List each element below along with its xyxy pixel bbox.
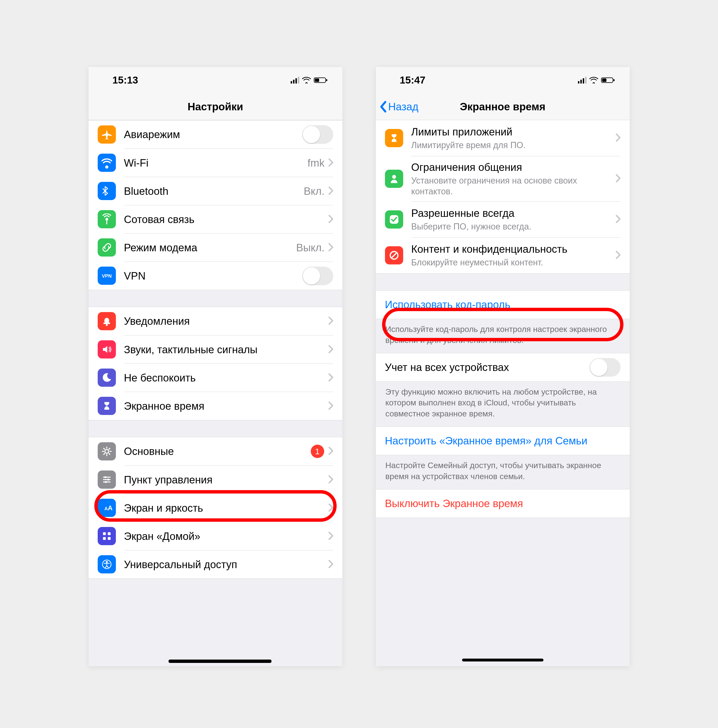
chevron-right-icon [616, 251, 620, 260]
settings-row-antenna[interactable]: Сотовая связь [89, 205, 342, 233]
screentime-row-hourglass[interactable]: Лимиты приложенийЛимитируйте время для П… [376, 120, 630, 156]
bell-icon [98, 312, 116, 330]
back-button[interactable]: Назад [380, 93, 418, 120]
row-value: fmk [308, 157, 325, 169]
textsize-icon [98, 499, 116, 517]
settings-screen: 15:13 Настройки АвиарежимWi-FifmkBluetoo… [89, 67, 342, 666]
screentime-row-nosign[interactable]: Контент и конфиденциальностьБлокируйте н… [376, 237, 630, 273]
turnoff-group: Выключить Экранное время [376, 489, 630, 518]
row-subtitle: Лимитируйте время для ПО. [411, 140, 616, 150]
settings-row-speaker[interactable]: Звуки, тактильные сигналы [89, 335, 342, 364]
share-footer: Эту функцию можно включить на любом устр… [376, 382, 630, 427]
row-label: Экранное время [124, 400, 329, 412]
row-value: Выкл. [296, 242, 325, 254]
screentime-screen: 15:47 Назад Экранное время Лимиты прилож… [376, 67, 630, 666]
row-label: Не беспокоить [124, 372, 329, 384]
settings-row-accessibility[interactable]: Универсальный доступ [89, 550, 342, 578]
navigation-bar: Настройки [89, 93, 342, 120]
row-label: Уведомления [124, 315, 329, 327]
screentime-row-check[interactable]: Разрешенные всегдаВыберите ПО, нужное вс… [376, 202, 630, 237]
row-label: Пункт управления [124, 474, 329, 486]
status-time: 15:47 [400, 75, 426, 86]
row-label: Режим модема [124, 242, 296, 254]
row-subtitle: Установите ограничения на основе своих к… [411, 175, 616, 197]
row-label: Экран и яркость [124, 502, 329, 514]
row-label: Wi-Fi [124, 157, 308, 169]
settings-row-hourglass[interactable]: Экранное время [89, 392, 342, 420]
settings-row-airplane[interactable]: Авиарежим [89, 120, 342, 148]
status-indicators [578, 75, 615, 86]
chevron-right-icon [616, 215, 620, 224]
cellular-signal-icon [578, 77, 586, 84]
battery-icon [314, 75, 328, 86]
settings-row-vpn[interactable]: VPN [89, 262, 342, 290]
back-label: Назад [388, 101, 418, 113]
notification-badge: 1 [311, 445, 324, 458]
person-icon [385, 170, 403, 188]
page-title: Настройки [187, 101, 243, 113]
row-subtitle: Выберите ПО, нужное всегда. [411, 221, 616, 232]
svg-rect-36 [602, 78, 606, 82]
settings-row-textsize[interactable]: Экран и яркость [89, 494, 342, 522]
nosign-icon [385, 246, 403, 265]
vpn-icon [98, 267, 116, 285]
passcode-group: Использовать код-пароль [376, 290, 630, 319]
chevron-right-icon [616, 133, 620, 143]
row-label: Основные [124, 445, 311, 457]
wifi-icon [98, 154, 116, 172]
screentime-options-group: Лимиты приложенийЛимитируйте время для П… [376, 120, 630, 274]
share-across-devices-row[interactable]: Учет на всех устройствах [376, 353, 630, 381]
redaction-bar [168, 659, 271, 663]
accessibility-icon [98, 555, 116, 574]
toggle-switch[interactable] [302, 125, 333, 144]
settings-group: АвиарежимWi-FifmkBluetoothВкл.Сотовая св… [89, 120, 342, 290]
chevron-right-icon [329, 158, 333, 168]
toggle-switch[interactable] [302, 267, 333, 285]
passcode-footer: Используйте код-пароль для контроля наст… [376, 319, 630, 353]
chevron-right-icon [329, 243, 333, 252]
svg-rect-35 [613, 79, 615, 81]
grid-icon [98, 527, 116, 545]
family-group: Настроить «Экранное время» для Семьи [376, 427, 630, 455]
navigation-bar: Назад Экранное время [376, 93, 630, 120]
settings-row-link[interactable]: Режим модемаВыкл. [89, 233, 342, 262]
use-passcode-label: Использовать код-пароль [385, 299, 620, 310]
row-label: Универсальный доступ [124, 558, 329, 570]
home-indicator[interactable] [462, 659, 543, 661]
settings-row-grid[interactable]: Экран «Домой» [89, 522, 342, 550]
screentime-row-person[interactable]: Ограничения общенияУстановите ограничени… [376, 156, 630, 202]
chevron-right-icon [329, 402, 333, 411]
settings-row-gear[interactable]: Основные1 [89, 437, 342, 465]
status-time: 15:13 [113, 75, 138, 86]
settings-row-bluetooth[interactable]: BluetoothВкл. [89, 177, 342, 205]
settings-row-wifi[interactable]: Wi-Fifmk [89, 148, 342, 177]
antenna-icon [98, 210, 116, 228]
share-toggle[interactable] [589, 358, 620, 377]
family-label: Настроить «Экранное время» для Семьи [385, 435, 620, 447]
family-setup-button[interactable]: Настроить «Экранное время» для Семьи [376, 427, 630, 455]
settings-row-bell[interactable]: Уведомления [89, 307, 342, 335]
speaker-icon [98, 340, 116, 358]
settings-row-sliders[interactable]: Пункт управления [89, 465, 342, 494]
cellular-signal-icon [291, 77, 299, 84]
status-bar: 15:47 [376, 67, 630, 93]
settings-row-moon[interactable]: Не беспокоить [89, 364, 342, 392]
sliders-icon [98, 471, 116, 489]
hourglass-icon [98, 397, 116, 415]
chevron-right-icon [329, 503, 333, 512]
svg-rect-33 [315, 78, 319, 82]
row-label: VPN [124, 270, 302, 282]
row-label: Лимиты приложений [411, 125, 616, 138]
status-indicators [291, 75, 328, 86]
share-label: Учет на всех устройствах [385, 361, 589, 373]
row-label: Разрешенные всегда [411, 207, 616, 220]
check-icon [385, 210, 403, 229]
turn-off-button[interactable]: Выключить Экранное время [376, 489, 630, 518]
settings-group: Основные1Пункт управленияЭкран и яркость… [89, 437, 342, 579]
chevron-right-icon [329, 475, 333, 484]
use-passcode-button[interactable]: Использовать код-пароль [376, 291, 630, 319]
chevron-right-icon [329, 215, 333, 224]
page-title: Экранное время [460, 101, 545, 113]
svg-rect-32 [326, 79, 327, 81]
moon-icon [98, 369, 116, 387]
